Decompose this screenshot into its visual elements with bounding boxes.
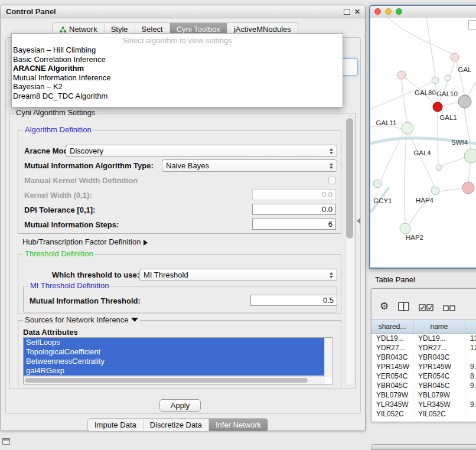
float-window-icon[interactable] — [344, 9, 350, 15]
network-node[interactable] — [445, 75, 451, 81]
cell[interactable]: YDL19... — [371, 334, 413, 343]
table-row[interactable]: YIL052C YIL052C — [371, 409, 476, 419]
network-node[interactable] — [400, 223, 410, 234]
cell[interactable]: YBR043C — [371, 353, 413, 362]
cell[interactable] — [465, 390, 476, 400]
apply-button[interactable]: Apply — [159, 399, 201, 412]
cell[interactable]: 12... — [465, 343, 476, 353]
table-row[interactable]: YPR145W YPR145W 9... — [371, 362, 476, 371]
mi-algorithm-type-combobox[interactable]: Naive Bayes — [162, 159, 337, 172]
table-row[interactable]: YLR345W YLR345W 9... — [371, 400, 476, 409]
cell[interactable] — [465, 353, 476, 362]
table-row[interactable]: YDR27... YDR27... 12... — [371, 343, 476, 353]
cell[interactable]: YLR345W — [413, 400, 465, 409]
network-node[interactable] — [373, 180, 382, 188]
table-row[interactable]: YER054C YER054C 8... — [371, 371, 476, 381]
gear-icon[interactable]: ⚙ — [380, 301, 389, 311]
table-row[interactable]: YBR045C YBR045C 9... — [371, 381, 476, 390]
mi-steps-field[interactable]: 6 — [252, 219, 336, 230]
cell[interactable]: YDR27... — [413, 343, 465, 353]
network-canvas[interactable]: GAL GAL80 GAL10 GAL11 GAL1 SWI4 GAL4 GCY… — [370, 18, 476, 269]
deselect-all-icon[interactable] — [443, 305, 455, 311]
cell[interactable]: YIL052C — [371, 409, 413, 419]
tab-label: Cyni Toolbox — [177, 25, 220, 34]
scrollbar-thumb[interactable] — [25, 378, 308, 383]
sources-expander[interactable]: Sources for Network Inference — [23, 315, 140, 324]
cell[interactable]: YBR043C — [413, 353, 465, 362]
attribute-list-item[interactable]: TopologicalCoefficient — [24, 347, 327, 357]
dropdown-item[interactable]: Dream8 DC_TDC Algorithm — [12, 92, 343, 101]
network-node-gray[interactable] — [458, 95, 471, 108]
table-row[interactable]: YBR043C YBR043C — [371, 353, 476, 362]
list-vertical-scrollbar[interactable] — [324, 338, 332, 377]
window-title: Control Panel — [6, 7, 56, 16]
network-node[interactable] — [402, 122, 413, 134]
tab-impute-data[interactable]: Impute Data — [88, 419, 143, 431]
cell[interactable]: YLR345W — [371, 400, 413, 409]
cell[interactable]: YPR145W — [371, 362, 413, 371]
control-panel-titlebar[interactable]: Control Panel ✕ — [1, 5, 365, 18]
network-node[interactable] — [397, 71, 406, 79]
cell[interactable]: YBL079W — [413, 390, 465, 400]
close-traffic-icon[interactable] — [374, 8, 381, 15]
network-node[interactable] — [431, 187, 439, 195]
table-row[interactable]: YDL19... YDL19... 13... — [371, 334, 476, 343]
splitter-collapse-arrow[interactable] — [357, 218, 360, 224]
mi-threshold-field[interactable]: 0.5 — [250, 295, 337, 306]
network-node[interactable] — [451, 53, 459, 61]
dropdown-item[interactable]: Mutual Information Inference — [12, 73, 343, 83]
network-node[interactable] — [436, 165, 442, 171]
zoom-traffic-icon[interactable] — [396, 8, 402, 15]
cell[interactable]: 9... — [465, 400, 476, 409]
cell[interactable]: YBR045C — [413, 381, 465, 390]
tab-label: jActiveMNodules — [234, 25, 291, 34]
cell[interactable]: YDL19... — [413, 334, 465, 343]
dpi-tolerance-label: DPI Tolerance [0,1]: — [24, 206, 95, 214]
network-node-red[interactable] — [433, 102, 442, 112]
hub-definition-expander[interactable]: Hub/Transcription Factor Definition — [22, 237, 148, 246]
column-header-name[interactable]: name — [413, 320, 465, 333]
minimized-window-icon[interactable] — [2, 438, 10, 445]
cell[interactable]: 8... — [465, 371, 476, 381]
cell[interactable]: YDR27... — [371, 343, 413, 353]
select-all-icon[interactable] — [419, 304, 433, 311]
attribute-list-item[interactable]: gal4RGexp — [24, 366, 327, 376]
network-window-titlebar[interactable] — [370, 6, 476, 18]
dropdown-item[interactable]: Bayesian – K2 — [12, 82, 343, 92]
aracne-mode-combobox[interactable]: Discovery — [66, 145, 337, 157]
window-buttons: ✕ — [344, 8, 360, 15]
cell[interactable]: YIL052C — [413, 409, 465, 419]
network-scrollbar-box[interactable] — [468, 20, 476, 30]
cell[interactable]: 9... — [465, 362, 476, 371]
dropdown-item-selected[interactable]: ARACNE Algorithm — [12, 64, 343, 73]
column-header-shared-name[interactable]: shared... — [371, 320, 413, 333]
tab-infer-network[interactable]: Infer Network — [208, 419, 268, 431]
which-threshold-combobox[interactable]: MI Threshold — [139, 269, 337, 281]
cell[interactable]: 13... — [465, 334, 476, 343]
scrollbar-thumb[interactable] — [346, 118, 353, 239]
close-icon[interactable]: ✕ — [354, 8, 360, 15]
list-horizontal-scrollbar[interactable] — [24, 376, 325, 384]
network-node-pink[interactable] — [462, 182, 474, 194]
cell[interactable]: YER054C — [371, 371, 413, 381]
dpi-tolerance-field[interactable]: 0.0 — [252, 204, 336, 215]
minimize-traffic-icon[interactable] — [385, 8, 392, 15]
column-header-extra[interactable] — [465, 320, 476, 333]
dropdown-item[interactable]: Basic Correlation Inference — [12, 55, 343, 64]
cell[interactable] — [465, 409, 476, 419]
columns-icon[interactable] — [398, 302, 409, 311]
attribute-list-item[interactable]: SelfLoops — [24, 338, 327, 347]
cell[interactable]: YBL079W — [371, 390, 413, 400]
table-row[interactable]: YBL079W YBL079W — [371, 390, 476, 400]
cell[interactable]: YPR145W — [413, 362, 465, 371]
cell[interactable]: YER054C — [413, 371, 465, 381]
tab-discretize-data[interactable]: Discretize Data — [143, 419, 208, 431]
cell[interactable]: 9... — [465, 381, 476, 390]
settings-scrollbar[interactable] — [345, 116, 354, 386]
collapsed-window-edge[interactable] — [371, 444, 476, 450]
dropdown-item[interactable]: Bayesian – Hill Climbing — [12, 45, 343, 55]
network-node[interactable] — [464, 149, 476, 163]
cell[interactable]: YBR045C — [371, 381, 413, 390]
attribute-list-item[interactable]: BetweennessCentrality — [24, 357, 327, 366]
network-node[interactable] — [432, 77, 439, 84]
